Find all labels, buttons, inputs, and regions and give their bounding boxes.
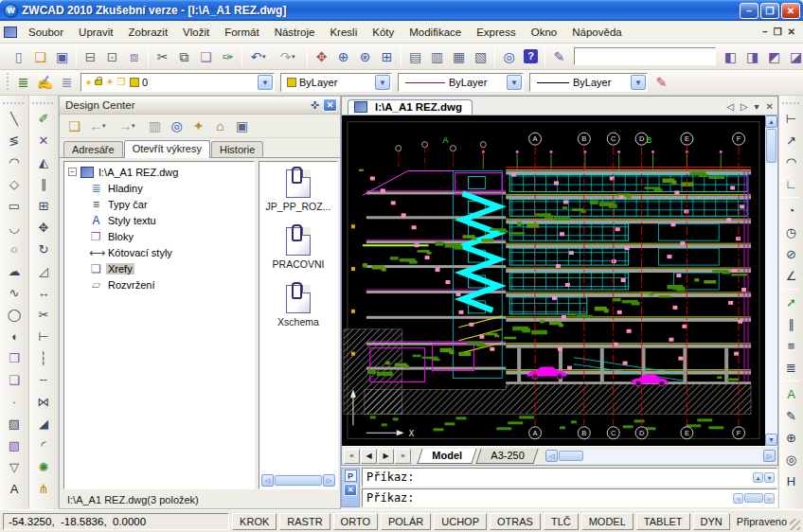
tree-root-row[interactable]: − I:\A_A1 REZ.dwg xyxy=(68,164,254,180)
break-at-point-button[interactable]: ┆ xyxy=(33,347,55,369)
dc-tab-adresare[interactable]: Adresáře xyxy=(63,141,123,157)
toggle-uchop[interactable]: UCHOP xyxy=(434,513,487,530)
vertical-scrollbar[interactable]: ▲ ▼ xyxy=(765,115,777,446)
tree-item-stylytextu[interactable]: AStyly textu xyxy=(89,212,254,228)
mdi-close-button[interactable]: ✕ xyxy=(788,27,795,37)
menu-nastroje[interactable]: Nástroje xyxy=(267,24,323,41)
command-input-line[interactable]: Příkaz: ◁ ▷ xyxy=(362,488,777,507)
vertical-scroll-thumb[interactable] xyxy=(766,129,776,163)
scroll-up-button[interactable]: ▲ xyxy=(765,115,777,128)
layer-manager-button[interactable]: ≣ xyxy=(12,72,34,94)
tree-expander-icon[interactable]: − xyxy=(68,168,77,176)
tab-model[interactable]: Model xyxy=(417,449,476,464)
design-center-tree[interactable]: − I:\A_A1 REZ.dwg ≣Hladiny≡Typy čarAStyl… xyxy=(63,161,255,489)
ellipse-button[interactable]: ◯ xyxy=(4,304,26,326)
toolbar-grip2[interactable] xyxy=(5,73,9,93)
find-button[interactable]: ◎ xyxy=(498,45,520,67)
viewport-delete-button[interactable]: ◩ xyxy=(763,45,785,67)
offset-button[interactable]: ∥ xyxy=(33,173,55,195)
toggle-tablet[interactable]: TABLET xyxy=(636,513,690,530)
toggle-krok[interactable]: KROK xyxy=(232,513,277,530)
quick-leader-button[interactable]: ➚ xyxy=(780,292,802,313)
dim-edit-button[interactable]: ✎ xyxy=(780,405,802,427)
make-block-button[interactable]: ❑ xyxy=(4,369,26,391)
circle-button[interactable]: ○ xyxy=(4,239,26,260)
menu-soubor[interactable]: Soubor xyxy=(21,24,71,41)
dim-style-button[interactable]: H xyxy=(780,470,802,492)
dim-ordinate-button[interactable]: ∟ xyxy=(780,173,802,195)
polyline-button[interactable]: ≶ xyxy=(4,130,26,151)
menu-zobrazit[interactable]: Zobrazit xyxy=(121,24,176,41)
calculator-button[interactable]: ▧ xyxy=(470,45,491,67)
dimension-toolbar-grip[interactable] xyxy=(782,100,801,105)
history-down-button[interactable]: ▼ xyxy=(764,472,775,483)
linetype-combo-arrow[interactable]: ▼ xyxy=(507,75,522,90)
maximize-button[interactable]: ❐ xyxy=(760,3,779,19)
tree-item-bloky[interactable]: ❒Bloky xyxy=(89,228,254,244)
dim-angular-button[interactable]: ∠ xyxy=(780,265,802,287)
back-button[interactable]: ←▾ xyxy=(85,115,107,137)
viewport-add-button[interactable]: ◧ xyxy=(720,45,741,67)
boundary-button[interactable]: ▧ xyxy=(4,434,26,456)
menu-format[interactable]: Formát xyxy=(217,24,266,41)
menu-express[interactable]: Express xyxy=(469,24,524,41)
fillet-button[interactable]: ◜ xyxy=(33,434,55,456)
scroll-right-button[interactable]: ▷ xyxy=(763,450,776,462)
move-button[interactable]: ✥ xyxy=(33,217,55,239)
dim-jogged-button[interactable]: ◷ xyxy=(780,222,802,243)
save-button[interactable]: ▣ xyxy=(51,45,73,67)
dim-text-edit-button[interactable]: A xyxy=(780,383,802,405)
chamfer-button[interactable]: ◢ xyxy=(33,413,55,434)
tolerance-button[interactable]: ◎ xyxy=(780,449,802,470)
cmd-scroll-right-button[interactable]: ▷ xyxy=(764,493,775,504)
menu-okno[interactable]: Okno xyxy=(524,24,565,41)
drawing-document-tab[interactable]: I:\A_A1 REZ.dwg xyxy=(348,99,473,115)
menu-napoveda[interactable]: Nápověda xyxy=(564,24,629,41)
tree-view-button[interactable]: ▥ xyxy=(144,115,166,137)
dim-continue-button[interactable]: ≡ xyxy=(780,335,802,357)
join-button[interactable]: ⋈ xyxy=(33,391,55,413)
dim-radius-button[interactable]: ◔ xyxy=(780,200,802,222)
color-combo[interactable]: ByLayer ▼ xyxy=(280,73,392,92)
layer-previous-button[interactable]: ≣ xyxy=(56,72,78,94)
explode-button[interactable]: ✺ xyxy=(33,456,55,478)
last-tab-button[interactable]: » xyxy=(395,449,411,464)
tab-menu-button[interactable]: ▾ xyxy=(755,101,759,112)
trim-button[interactable]: ✂ xyxy=(33,304,55,326)
rotate-button[interactable]: ↻ xyxy=(33,239,55,260)
tool-palettes-button[interactable]: ▦ xyxy=(448,45,470,67)
command-window-handle[interactable]: P ✕ xyxy=(341,468,360,507)
dim-linear-button[interactable]: ⊢ xyxy=(780,108,802,130)
publish-button[interactable]: ⧈ xyxy=(123,45,145,67)
dc-scroll-right-button[interactable]: ▷ xyxy=(323,474,335,487)
toggle-rastr[interactable]: RASTR xyxy=(279,513,330,530)
field-edit-button[interactable]: ✎ xyxy=(548,45,570,67)
hatch-button[interactable]: ▨ xyxy=(4,413,26,434)
redo-dropdown[interactable]: ▾ xyxy=(292,53,301,61)
load-button[interactable]: ❑ xyxy=(63,115,85,137)
match-brush-button[interactable]: ✐ xyxy=(33,108,55,130)
undo-dropdown[interactable]: ▾ xyxy=(262,53,272,61)
stretch-button[interactable]: ↔ xyxy=(33,282,55,304)
toggle-otras[interactable]: OTRAS xyxy=(490,513,541,530)
draw-toolbar-grip[interactable] xyxy=(3,100,26,105)
layout-save-button[interactable]: ◪ xyxy=(785,45,803,67)
match-properties-button[interactable]: ✑ xyxy=(217,45,239,67)
xref-item[interactable]: Xschema xyxy=(277,285,319,328)
revision-cloud-button[interactable]: ☁ xyxy=(4,260,26,282)
toggle-polar[interactable]: POLÁR xyxy=(381,513,431,530)
mdi-minimize-button[interactable]: – xyxy=(762,27,768,37)
tree-item-kotovacistyly[interactable]: ⟷Kótovací styly xyxy=(89,244,254,260)
tab-scroll-right-button[interactable]: ▷ xyxy=(741,101,748,112)
command-history-line[interactable]: Příkaz: ▲ ▼ xyxy=(362,468,777,487)
redo-button[interactable]: ↷▾ xyxy=(275,45,296,67)
minimize-button[interactable]: – xyxy=(740,3,758,19)
array-button[interactable]: ⊞ xyxy=(33,195,55,217)
forward-button[interactable]: →▾ xyxy=(115,115,136,137)
home-button[interactable]: ⌂ xyxy=(209,115,231,137)
dc-scroll-left-button[interactable]: ◁ xyxy=(261,474,274,487)
layer-combo-arrow[interactable]: ▼ xyxy=(258,75,273,90)
menu-kresli[interactable]: Kresli xyxy=(322,24,365,41)
paste-button[interactable]: ❏ xyxy=(195,45,217,67)
first-tab-button[interactable]: « xyxy=(344,449,360,464)
